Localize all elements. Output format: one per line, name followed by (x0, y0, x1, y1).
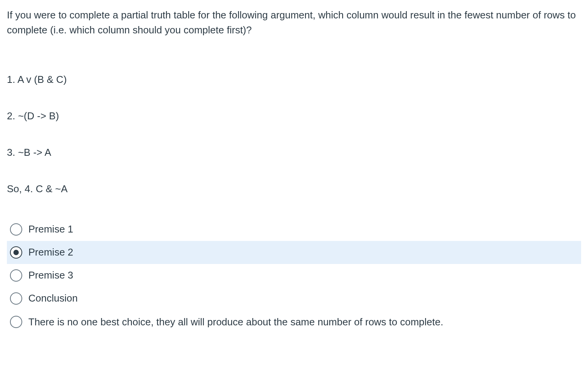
radio-dot-icon (13, 250, 19, 255)
premise-1: 1. A v (B & C) (7, 72, 581, 87)
radio-icon (10, 292, 22, 305)
option-conclusion[interactable]: Conclusion (7, 287, 581, 310)
option-premise-3[interactable]: Premise 3 (7, 264, 581, 287)
option-label: Premise 1 (28, 223, 578, 236)
radio-icon (10, 246, 22, 259)
option-label: Conclusion (28, 292, 578, 305)
option-premise-2[interactable]: Premise 2 (7, 241, 581, 264)
option-label: Premise 3 (28, 269, 578, 282)
argument-premises: 1. A v (B & C) 2. ~(D -> B) 3. ~B -> A S… (7, 72, 581, 196)
option-no-best-choice[interactable]: There is no one best choice, they all wi… (7, 310, 581, 333)
premise-3: 3. ~B -> A (7, 145, 581, 160)
radio-icon (10, 223, 22, 236)
option-label: There is no one best choice, they all wi… (28, 315, 578, 329)
radio-icon (10, 269, 22, 282)
question-text: If you were to complete a partial truth … (7, 8, 581, 38)
option-premise-1[interactable]: Premise 1 (7, 218, 581, 241)
conclusion-line: So, 4. C & ~A (7, 181, 581, 196)
premise-2: 2. ~(D -> B) (7, 109, 581, 124)
answer-options: Premise 1 Premise 2 Premise 3 Conclusion… (7, 218, 581, 333)
option-label: Premise 2 (28, 246, 578, 259)
radio-icon (10, 316, 22, 328)
